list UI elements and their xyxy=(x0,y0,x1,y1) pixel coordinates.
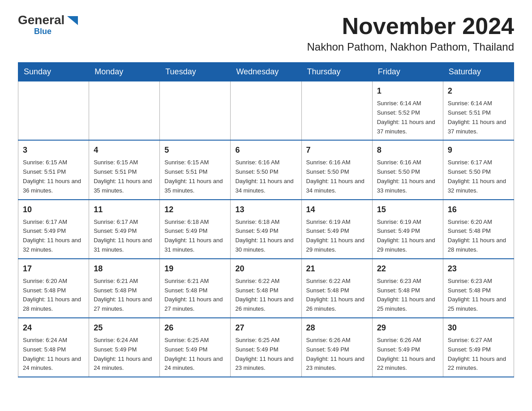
calendar-cell: 8Sunrise: 6:16 AM Sunset: 5:50 PM Daylig… xyxy=(372,140,443,199)
day-number: 15 xyxy=(377,204,438,216)
header-row: SundayMondayTuesdayWednesdayThursdayFrid… xyxy=(18,63,514,81)
day-info: Sunrise: 6:17 AM Sunset: 5:49 PM Dayligh… xyxy=(23,218,84,255)
calendar-cell xyxy=(231,81,301,141)
day-info: Sunrise: 6:21 AM Sunset: 5:48 PM Dayligh… xyxy=(94,277,155,314)
logo-blue-text: Blue xyxy=(34,27,51,36)
logo-triangle-icon xyxy=(65,14,80,27)
calendar-cell xyxy=(89,81,160,141)
calendar-cell: 7Sunrise: 6:16 AM Sunset: 5:50 PM Daylig… xyxy=(301,140,372,199)
header-monday: Monday xyxy=(89,63,160,81)
header-wednesday: Wednesday xyxy=(231,63,301,81)
svg-marker-0 xyxy=(67,16,78,25)
day-number: 7 xyxy=(306,144,368,156)
day-number: 8 xyxy=(377,144,438,156)
day-number: 26 xyxy=(164,322,226,334)
calendar-header: SundayMondayTuesdayWednesdayThursdayFrid… xyxy=(18,63,514,81)
day-info: Sunrise: 6:25 AM Sunset: 5:49 PM Dayligh… xyxy=(235,336,296,373)
day-info: Sunrise: 6:20 AM Sunset: 5:48 PM Dayligh… xyxy=(448,218,509,255)
calendar-cell: 13Sunrise: 6:18 AM Sunset: 5:49 PM Dayli… xyxy=(231,200,301,259)
calendar-cell: 12Sunrise: 6:18 AM Sunset: 5:49 PM Dayli… xyxy=(160,200,231,259)
calendar-cell: 14Sunrise: 6:19 AM Sunset: 5:49 PM Dayli… xyxy=(301,200,372,259)
day-number: 30 xyxy=(448,322,509,334)
calendar-cell: 29Sunrise: 6:26 AM Sunset: 5:49 PM Dayli… xyxy=(372,318,443,377)
calendar-cell: 28Sunrise: 6:26 AM Sunset: 5:49 PM Dayli… xyxy=(301,318,372,377)
day-number: 6 xyxy=(235,144,296,156)
day-number: 3 xyxy=(23,144,84,156)
header-friday: Friday xyxy=(372,63,443,81)
week-row-5: 24Sunrise: 6:24 AM Sunset: 5:48 PM Dayli… xyxy=(18,318,514,377)
day-number: 29 xyxy=(377,322,438,334)
week-row-1: 1Sunrise: 6:14 AM Sunset: 5:52 PM Daylig… xyxy=(18,81,514,141)
calendar-cell: 22Sunrise: 6:23 AM Sunset: 5:48 PM Dayli… xyxy=(372,259,443,318)
day-info: Sunrise: 6:15 AM Sunset: 5:51 PM Dayligh… xyxy=(23,158,84,195)
calendar-cell: 5Sunrise: 6:15 AM Sunset: 5:51 PM Daylig… xyxy=(160,140,231,199)
day-info: Sunrise: 6:16 AM Sunset: 5:50 PM Dayligh… xyxy=(306,158,368,195)
calendar-title-block: November 2024 Nakhon Pathom, Nakhon Path… xyxy=(307,13,514,53)
day-info: Sunrise: 6:19 AM Sunset: 5:49 PM Dayligh… xyxy=(306,218,368,255)
calendar-cell: 24Sunrise: 6:24 AM Sunset: 5:48 PM Dayli… xyxy=(18,318,89,377)
day-number: 14 xyxy=(306,204,368,216)
day-info: Sunrise: 6:22 AM Sunset: 5:48 PM Dayligh… xyxy=(235,277,296,314)
day-info: Sunrise: 6:19 AM Sunset: 5:49 PM Dayligh… xyxy=(377,218,438,255)
day-info: Sunrise: 6:26 AM Sunset: 5:49 PM Dayligh… xyxy=(377,336,438,373)
calendar-cell: 26Sunrise: 6:25 AM Sunset: 5:49 PM Dayli… xyxy=(160,318,231,377)
calendar-cell: 2Sunrise: 6:14 AM Sunset: 5:51 PM Daylig… xyxy=(443,81,514,141)
day-info: Sunrise: 6:23 AM Sunset: 5:48 PM Dayligh… xyxy=(448,277,509,314)
calendar-cell: 15Sunrise: 6:19 AM Sunset: 5:49 PM Dayli… xyxy=(372,200,443,259)
week-row-4: 17Sunrise: 6:20 AM Sunset: 5:48 PM Dayli… xyxy=(18,259,514,318)
week-row-2: 3Sunrise: 6:15 AM Sunset: 5:51 PM Daylig… xyxy=(18,140,514,199)
logo: General Blue xyxy=(18,13,80,36)
day-number: 10 xyxy=(23,204,84,216)
day-info: Sunrise: 6:27 AM Sunset: 5:49 PM Dayligh… xyxy=(448,336,509,373)
day-number: 4 xyxy=(94,144,155,156)
day-number: 12 xyxy=(164,204,226,216)
day-number: 9 xyxy=(448,144,509,156)
day-number: 22 xyxy=(377,263,438,275)
week-row-3: 10Sunrise: 6:17 AM Sunset: 5:49 PM Dayli… xyxy=(18,200,514,259)
calendar-subtitle: Nakhon Pathom, Nakhon Pathom, Thailand xyxy=(307,41,514,53)
calendar-cell: 6Sunrise: 6:16 AM Sunset: 5:50 PM Daylig… xyxy=(231,140,301,199)
calendar-cell xyxy=(18,81,89,141)
day-number: 1 xyxy=(377,85,438,97)
header-sunday: Sunday xyxy=(18,63,89,81)
day-number: 17 xyxy=(23,263,84,275)
logo-general-text: General xyxy=(18,14,64,26)
day-info: Sunrise: 6:26 AM Sunset: 5:49 PM Dayligh… xyxy=(306,336,368,373)
calendar-cell: 19Sunrise: 6:21 AM Sunset: 5:48 PM Dayli… xyxy=(160,259,231,318)
day-number: 16 xyxy=(448,204,509,216)
day-info: Sunrise: 6:24 AM Sunset: 5:49 PM Dayligh… xyxy=(94,336,155,373)
day-number: 27 xyxy=(235,322,296,334)
header-tuesday: Tuesday xyxy=(160,63,231,81)
day-number: 25 xyxy=(94,322,155,334)
day-number: 2 xyxy=(448,85,509,97)
calendar-cell: 16Sunrise: 6:20 AM Sunset: 5:48 PM Dayli… xyxy=(443,200,514,259)
calendar-cell: 10Sunrise: 6:17 AM Sunset: 5:49 PM Dayli… xyxy=(18,200,89,259)
calendar-cell: 25Sunrise: 6:24 AM Sunset: 5:49 PM Dayli… xyxy=(89,318,160,377)
day-info: Sunrise: 6:15 AM Sunset: 5:51 PM Dayligh… xyxy=(94,158,155,195)
calendar-cell: 9Sunrise: 6:17 AM Sunset: 5:50 PM Daylig… xyxy=(443,140,514,199)
day-number: 21 xyxy=(306,263,368,275)
day-info: Sunrise: 6:17 AM Sunset: 5:49 PM Dayligh… xyxy=(94,218,155,255)
calendar-title: November 2024 xyxy=(307,13,514,39)
day-number: 19 xyxy=(164,263,226,275)
day-info: Sunrise: 6:25 AM Sunset: 5:49 PM Dayligh… xyxy=(164,336,226,373)
day-number: 20 xyxy=(235,263,296,275)
calendar-cell xyxy=(301,81,372,141)
calendar-body: 1Sunrise: 6:14 AM Sunset: 5:52 PM Daylig… xyxy=(18,81,514,377)
day-info: Sunrise: 6:21 AM Sunset: 5:48 PM Dayligh… xyxy=(164,277,226,314)
calendar-cell: 11Sunrise: 6:17 AM Sunset: 5:49 PM Dayli… xyxy=(89,200,160,259)
day-number: 18 xyxy=(94,263,155,275)
calendar-cell: 18Sunrise: 6:21 AM Sunset: 5:48 PM Dayli… xyxy=(89,259,160,318)
calendar-cell: 20Sunrise: 6:22 AM Sunset: 5:48 PM Dayli… xyxy=(231,259,301,318)
day-number: 5 xyxy=(164,144,226,156)
day-info: Sunrise: 6:16 AM Sunset: 5:50 PM Dayligh… xyxy=(235,158,296,195)
calendar-cell: 21Sunrise: 6:22 AM Sunset: 5:48 PM Dayli… xyxy=(301,259,372,318)
day-info: Sunrise: 6:14 AM Sunset: 5:51 PM Dayligh… xyxy=(448,99,509,136)
day-number: 13 xyxy=(235,204,296,216)
day-info: Sunrise: 6:20 AM Sunset: 5:48 PM Dayligh… xyxy=(23,277,84,314)
day-number: 11 xyxy=(94,204,155,216)
header-saturday: Saturday xyxy=(443,63,514,81)
day-info: Sunrise: 6:18 AM Sunset: 5:49 PM Dayligh… xyxy=(164,218,226,255)
day-number: 23 xyxy=(448,263,509,275)
calendar-cell: 23Sunrise: 6:23 AM Sunset: 5:48 PM Dayli… xyxy=(443,259,514,318)
